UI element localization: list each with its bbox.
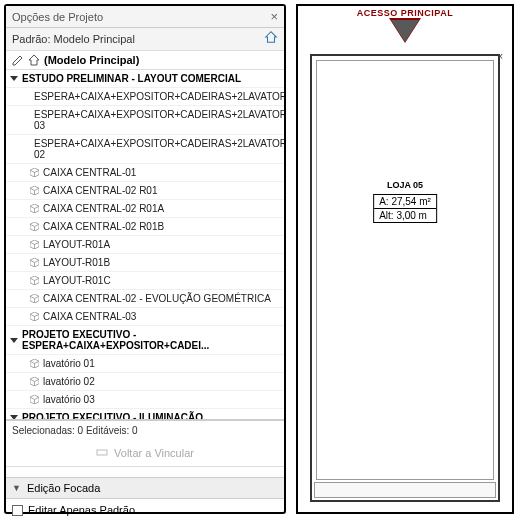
- tree-item[interactable]: LAYOUT-R01C: [6, 272, 284, 290]
- room-sill: [314, 482, 496, 498]
- tree-item[interactable]: CAIXA CENTRAL-03: [6, 308, 284, 326]
- tree-group[interactable]: PROJETO EXECUTIVO - ESPERA+CAIXA+EXPOSIT…: [6, 326, 284, 355]
- tree-item[interactable]: lavatório 03: [6, 391, 284, 409]
- section-focada-label: Edição Focada: [27, 482, 100, 494]
- tree-item[interactable]: CAIXA CENTRAL-01: [6, 164, 284, 182]
- tree-group[interactable]: ESTUDO PRELIMINAR - LAYOUT COMERCIAL: [6, 70, 284, 88]
- checkbox-editar[interactable]: [12, 505, 23, 516]
- tree-item-label: lavatório 03: [43, 394, 95, 405]
- panel-title: Opções de Projeto: [12, 11, 103, 23]
- svg-rect-0: [97, 450, 107, 455]
- room-height: Alt: 3,00 m: [374, 209, 436, 222]
- tree-item[interactable]: LAYOUT-R01A: [6, 236, 284, 254]
- status-row: Selecionadas: 0 Editáveis: 0: [6, 420, 284, 440]
- panel-header: Opções de Projeto ×: [6, 6, 284, 28]
- tree-item[interactable]: lavatório 02: [6, 373, 284, 391]
- cube-icon: [30, 377, 39, 386]
- default-row[interactable]: Padrão: Modelo Principal: [6, 28, 284, 51]
- cb-editar-row[interactable]: Editar Apenas Padrão: [6, 499, 284, 518]
- tree-item-label: CAIXA CENTRAL-03: [43, 311, 136, 322]
- triangle-icon: [10, 338, 18, 343]
- tree-item-label: ESPERA+CAIXA+EXPOSITOR+CADEIRAS+2LAVATOR…: [34, 109, 284, 131]
- tree-item[interactable]: ESPERA+CAIXA+EXPOSITOR+CADEIRAS+2LAVATOR…: [6, 135, 284, 164]
- tree-item-label: CAIXA CENTRAL-02 R01: [43, 185, 158, 196]
- room-outline: × LOJA 05 A: 27,54 m² Alt: 3,00 m: [310, 54, 500, 502]
- section-focada[interactable]: ▼ Edição Focada: [6, 477, 284, 499]
- model-label: (Modelo Principal): [44, 54, 139, 66]
- tree-item-label: CAIXA CENTRAL-01: [43, 167, 136, 178]
- tree-item[interactable]: CAIXA CENTRAL-02 R01A: [6, 200, 284, 218]
- cube-icon: [30, 395, 39, 404]
- tree-group[interactable]: PROJETO EXECUTIVO - ILUMINAÇÃO: [6, 409, 284, 420]
- model-row[interactable]: (Modelo Principal): [6, 51, 284, 70]
- tree-item[interactable]: ESPERA+CAIXA+EXPOSITOR+CADEIRAS+2LAVATOR…: [6, 106, 284, 135]
- cb-editar-label: Editar Apenas Padrão: [28, 504, 135, 516]
- room-name: LOJA 05: [387, 180, 423, 190]
- default-label: Padrão: Modelo Principal: [12, 33, 135, 45]
- cube-icon: [30, 294, 39, 303]
- cube-icon: [30, 276, 39, 285]
- tree-item[interactable]: lavatório 01: [6, 355, 284, 373]
- cube-icon: [30, 222, 39, 231]
- tree-item-label: CAIXA CENTRAL-02 R01B: [43, 221, 164, 232]
- cube-icon: [30, 186, 39, 195]
- pencil-icon: [12, 54, 24, 66]
- tree-item-label: CAIXA CENTRAL-02 - EVOLUÇÃO GEOMÉTRICA: [43, 293, 271, 304]
- cube-icon: [30, 168, 39, 177]
- tree-item[interactable]: CAIXA CENTRAL-02 R01: [6, 182, 284, 200]
- drawing-canvas[interactable]: ACESSO PRINCIPAL × LOJA 05 A: 27,54 m² A…: [296, 4, 514, 514]
- tree-item-label: LAYOUT-R01A: [43, 239, 110, 250]
- room-area: A: 27,54 m²: [374, 195, 436, 209]
- tree-item-label: ESPERA+CAIXA+EXPOSITOR+CADEIRAS+2LAVATOR…: [34, 91, 284, 102]
- chevron-down-icon: ▼: [12, 483, 21, 493]
- relink-icon: [96, 446, 108, 460]
- tree-item-label: LAYOUT-R01C: [43, 275, 111, 286]
- tree-item-label: ESPERA+CAIXA+EXPOSITOR+CADEIRAS+2LAVATOR…: [34, 138, 284, 160]
- options-panel: Opções de Projeto × Padrão: Modelo Princ…: [4, 4, 286, 514]
- tree-item[interactable]: CAIXA CENTRAL-02 - EVOLUÇÃO GEOMÉTRICA: [6, 290, 284, 308]
- tree-item-label: CAIXA CENTRAL-02 R01A: [43, 203, 164, 214]
- tree-item[interactable]: ESPERA+CAIXA+EXPOSITOR+CADEIRAS+2LAVATOR…: [6, 88, 284, 106]
- tree-group-label: PROJETO EXECUTIVO - ILUMINAÇÃO: [22, 412, 203, 420]
- tree-group-label: ESTUDO PRELIMINAR - LAYOUT COMERCIAL: [22, 73, 241, 84]
- cube-icon: [30, 359, 39, 368]
- house-icon[interactable]: [264, 30, 278, 48]
- cube-icon: [30, 240, 39, 249]
- entrance-arrow-icon: [391, 20, 419, 42]
- acesso-label: ACESSO PRINCIPAL: [357, 8, 453, 18]
- tree-item[interactable]: LAYOUT-R01B: [6, 254, 284, 272]
- room-label-box: A: 27,54 m² Alt: 3,00 m: [373, 194, 437, 223]
- close-icon[interactable]: ×: [270, 9, 278, 24]
- cube-icon: [30, 258, 39, 267]
- triangle-icon: [10, 76, 18, 81]
- tree-item-label: lavatório 01: [43, 358, 95, 369]
- cube-icon: [30, 204, 39, 213]
- corner-mark: ×: [497, 51, 503, 62]
- room-inner: [316, 60, 494, 480]
- options-tree[interactable]: ESTUDO PRELIMINAR - LAYOUT COMERCIALESPE…: [6, 70, 284, 420]
- house-small-icon: [28, 54, 40, 66]
- tree-item-label: LAYOUT-R01B: [43, 257, 110, 268]
- relink-label: Voltar a Vincular: [114, 447, 194, 459]
- relink-button[interactable]: Voltar a Vincular: [6, 440, 284, 467]
- tree-item-label: lavatório 02: [43, 376, 95, 387]
- cube-icon: [30, 312, 39, 321]
- tree-item[interactable]: CAIXA CENTRAL-02 R01B: [6, 218, 284, 236]
- tree-group-label: PROJETO EXECUTIVO - ESPERA+CAIXA+EXPOSIT…: [22, 329, 280, 351]
